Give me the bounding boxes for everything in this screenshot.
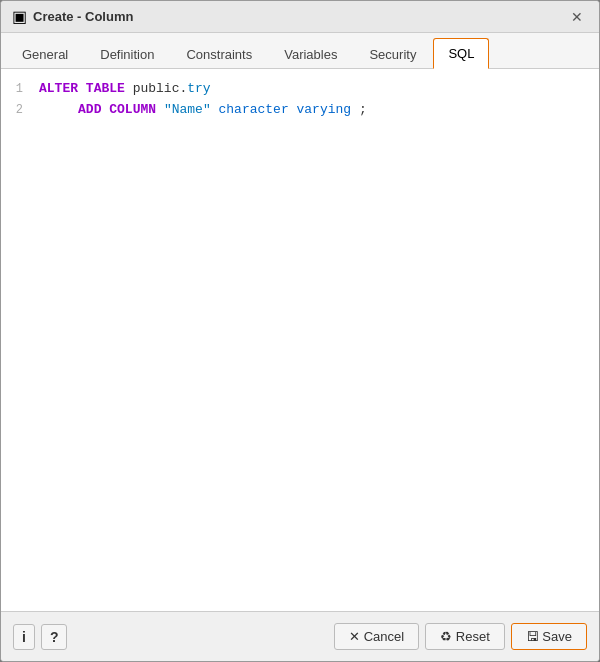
close-button[interactable]: ✕ <box>565 8 589 26</box>
footer-right-buttons: ✕ Cancel ♻ Reset 🖫 Save <box>334 623 587 650</box>
tab-constraints[interactable]: Constraints <box>171 39 267 69</box>
table-name: try <box>187 81 210 96</box>
semicolon: ; <box>359 102 367 117</box>
column-type: character varying <box>219 102 352 117</box>
tab-sql[interactable]: SQL <box>433 38 489 69</box>
cancel-button[interactable]: ✕ Cancel <box>334 623 419 650</box>
tab-general[interactable]: General <box>7 39 83 69</box>
tab-security[interactable]: Security <box>354 39 431 69</box>
keyword-add: ADD <box>78 102 101 117</box>
footer-left-buttons: i ? <box>13 624 67 650</box>
titlebar-left: ▣ Create - Column <box>11 9 133 25</box>
code-line-2: 2 ADD COLUMN "Name" character varying ; <box>1 100 599 121</box>
help-button[interactable]: ? <box>41 624 68 650</box>
tab-bar: General Definition Constraints Variables… <box>1 33 599 69</box>
dialog-title: Create - Column <box>33 9 133 24</box>
code-line-1: 1 ALTER TABLE public.try <box>1 79 599 100</box>
column-name: "Name" <box>164 102 211 117</box>
code-content-1: ALTER TABLE public.try <box>39 79 211 100</box>
tab-definition[interactable]: Definition <box>85 39 169 69</box>
tab-variables[interactable]: Variables <box>269 39 352 69</box>
content-area: 1 ALTER TABLE public.try 2 ADD COLUMN <box>1 69 599 611</box>
line-number-1: 1 <box>11 80 39 99</box>
footer: i ? ✕ Cancel ♻ Reset 🖫 Save <box>1 611 599 661</box>
dialog-icon: ▣ <box>11 9 27 25</box>
info-button[interactable]: i <box>13 624 35 650</box>
sql-editor[interactable]: 1 ALTER TABLE public.try 2 ADD COLUMN <box>1 69 599 611</box>
keyword-alter: ALTER <box>39 81 78 96</box>
save-button[interactable]: 🖫 Save <box>511 623 587 650</box>
create-column-dialog: ▣ Create - Column ✕ General Definition C… <box>0 0 600 662</box>
indent-2 <box>39 102 70 117</box>
titlebar: ▣ Create - Column ✕ <box>1 1 599 33</box>
code-content-2: ADD COLUMN "Name" character varying ; <box>39 100 367 121</box>
schema-name: public. <box>133 81 188 96</box>
keyword-column: COLUMN <box>109 102 156 117</box>
keyword-table: TABLE <box>86 81 125 96</box>
reset-button[interactable]: ♻ Reset <box>425 623 505 650</box>
line-number-2: 2 <box>11 101 39 120</box>
